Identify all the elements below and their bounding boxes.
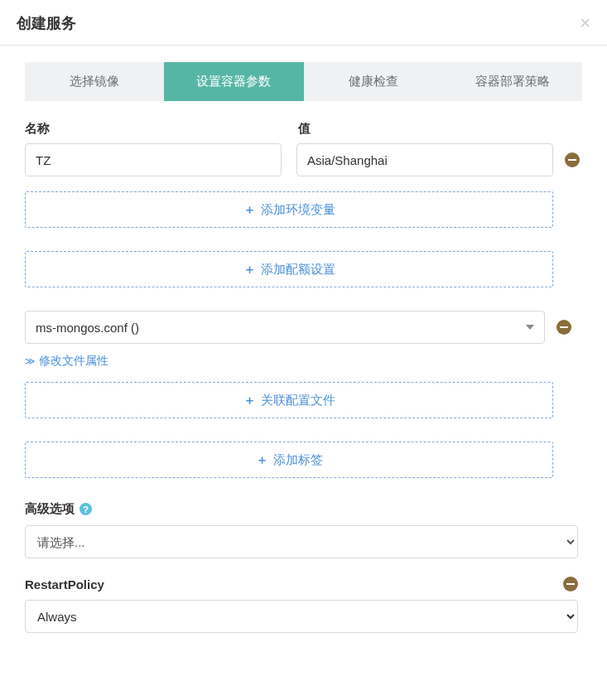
chevron-down-icon: ≫	[25, 355, 36, 367]
svg-rect-1	[560, 326, 568, 328]
modify-file-attrs-label: 修改文件属性	[39, 354, 108, 369]
advanced-title-row: 高级选项 ?	[25, 501, 582, 517]
remove-config-button[interactable]	[556, 320, 571, 335]
restart-policy-select[interactable]: Always	[25, 600, 578, 633]
advanced-option-select[interactable]: 请选择...	[25, 525, 578, 558]
add-quota-button[interactable]: ＋ 添加配额设置	[25, 251, 553, 287]
env-labels-row: 名称 值	[25, 121, 582, 137]
modify-file-attrs-link[interactable]: ≫ 修改文件属性	[25, 354, 108, 369]
env-value-input[interactable]	[296, 143, 553, 176]
add-label-button[interactable]: ＋ 添加标签	[25, 442, 553, 478]
config-file-select[interactable]: ms-mongos.conf ()	[25, 311, 545, 344]
help-icon[interactable]: ?	[79, 503, 92, 515]
caret-down-icon	[526, 325, 534, 330]
close-icon[interactable]: ×	[580, 14, 590, 32]
restart-policy-row: RestartPolicy	[25, 577, 578, 591]
tab-select-image[interactable]: 选择镜像	[25, 62, 164, 101]
remove-restart-policy-button[interactable]	[563, 577, 578, 591]
remove-env-button[interactable]	[565, 152, 580, 167]
svg-rect-2	[566, 583, 575, 585]
add-quota-label: 添加配额设置	[261, 262, 335, 278]
add-env-button[interactable]: ＋ 添加环境变量	[25, 191, 553, 228]
restart-policy-label: RestartPolicy	[25, 577, 104, 591]
tab-health-check[interactable]: 健康检查	[304, 62, 443, 101]
plus-icon: ＋	[243, 262, 256, 278]
minus-icon	[560, 326, 568, 328]
add-env-label: 添加环境变量	[261, 202, 335, 218]
modal-body: 选择镜像 设置容器参数 健康检查 容器部署策略 名称 值 ＋ 添加环境变量 ＋ …	[0, 46, 607, 658]
plus-icon: ＋	[256, 452, 268, 468]
advanced-title: 高级选项	[25, 501, 75, 517]
minus-icon	[568, 159, 576, 161]
tab-deploy-strategy[interactable]: 容器部署策略	[443, 62, 582, 101]
svg-rect-0	[568, 159, 576, 161]
add-config-label: 关联配置文件	[261, 393, 335, 408]
add-config-button[interactable]: ＋ 关联配置文件	[25, 382, 553, 418]
plus-icon: ＋	[243, 393, 256, 408]
add-label-label: 添加标签	[273, 452, 323, 468]
env-name-input[interactable]	[25, 143, 282, 176]
config-file-selected: ms-mongos.conf ()	[36, 321, 139, 335]
env-name-label: 名称	[25, 121, 282, 137]
env-row	[25, 143, 582, 176]
plus-icon: ＋	[243, 202, 256, 218]
minus-icon	[566, 583, 575, 585]
tab-container-params[interactable]: 设置容器参数	[164, 62, 303, 101]
modal-header: 创建服务 ×	[0, 0, 607, 46]
config-select-row: ms-mongos.conf ()	[25, 311, 582, 344]
tabs: 选择镜像 设置容器参数 健康检查 容器部署策略	[25, 62, 582, 101]
modal-title: 创建服务	[17, 13, 76, 33]
env-value-label: 值	[298, 121, 555, 137]
